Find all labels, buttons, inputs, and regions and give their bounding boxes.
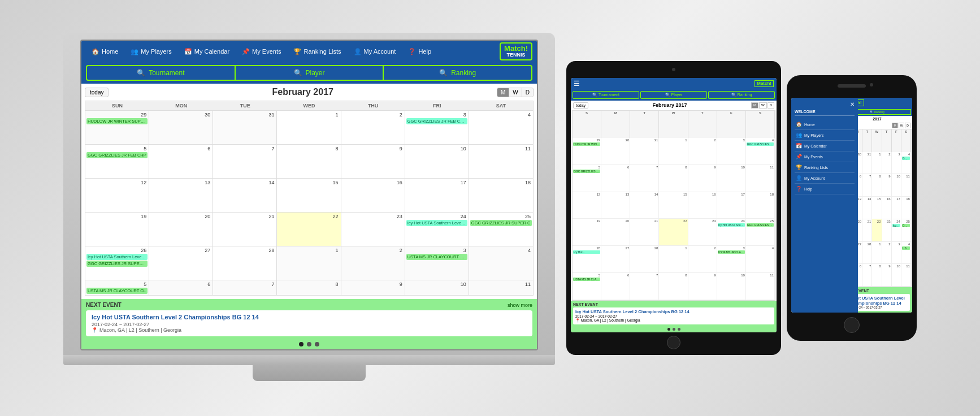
cal-cell-feb3[interactable]: 3GGC GRIZZLIES JR FEB CHPS - GA LEVEL 4 bbox=[405, 111, 469, 145]
phone-view-w[interactable]: W bbox=[899, 123, 905, 128]
cal-cell-feb9[interactable]: 9 bbox=[341, 145, 405, 179]
phone-home-button[interactable] bbox=[844, 317, 860, 333]
dot-2[interactable] bbox=[307, 342, 311, 346]
cal-cell-feb4[interactable]: 4 bbox=[469, 111, 533, 145]
tablet-today-btn[interactable]: today bbox=[573, 102, 588, 109]
cal-cell-feb19[interactable]: 19 bbox=[85, 213, 149, 246]
phone-menu-overlay: ✕ WELCOME 🏠Home 👥My Players 📅My Calendar… bbox=[791, 98, 858, 313]
cal-cell-mar1[interactable]: 1 bbox=[277, 246, 341, 280]
cal-cell-feb2[interactable]: 2 bbox=[341, 111, 405, 145]
tablet-search-tournament[interactable]: 🔍 Tournament bbox=[573, 91, 639, 99]
cal-cell-mar8[interactable]: 8 bbox=[277, 280, 341, 296]
month-view-btn[interactable]: M bbox=[497, 88, 509, 97]
event-ggc-feb25[interactable]: GGC GRIZZLIES JR SUPER C bbox=[470, 220, 532, 226]
cal-cell-feb14[interactable]: 14 bbox=[213, 179, 277, 213]
cal-cell-feb13[interactable]: 13 bbox=[149, 179, 213, 213]
phone-menu-calendar[interactable]: 📅My Calendar bbox=[795, 141, 855, 151]
cal-cell-mar7[interactable]: 7 bbox=[213, 280, 277, 296]
nav-home[interactable]: 🏠 Home bbox=[86, 45, 124, 59]
search-player-btn[interactable]: 🔍 Player bbox=[236, 65, 384, 81]
cal-cell-feb10[interactable]: 10 bbox=[405, 145, 469, 179]
cal-cell-feb27[interactable]: 27 bbox=[149, 246, 213, 280]
cal-cell-feb17[interactable]: 17 bbox=[405, 179, 469, 213]
cal-cell-feb18[interactable]: 18 bbox=[469, 179, 533, 213]
cal-cell-mar10[interactable]: 10 bbox=[405, 280, 469, 296]
cal-cell-jan29[interactable]: 29HUDLOW JR WINTER SUPER bbox=[85, 111, 149, 145]
tablet-dot-3[interactable] bbox=[678, 328, 680, 331]
tablet-search-player[interactable]: 🔍 Player bbox=[640, 91, 707, 99]
event-icyhot-feb24[interactable]: Icy Hot USTA Southern Level 2 Championsh… bbox=[406, 220, 467, 226]
cal-cell-feb28[interactable]: 28 bbox=[213, 246, 277, 280]
event-ggc-feb26[interactable]: GGC GRIZZLIES JR SUPER C bbox=[86, 261, 148, 267]
phone-menu-ranking[interactable]: 🏆Ranking Lists bbox=[795, 162, 855, 173]
cal-cell-feb23[interactable]: 23 bbox=[341, 213, 405, 246]
cal-cell-jan31[interactable]: 31 bbox=[213, 111, 277, 145]
cal-cell-mar11[interactable]: 11 bbox=[469, 280, 533, 296]
event-usta-mar5[interactable]: USTA MS JR CLAYCOURT CL bbox=[86, 288, 148, 294]
tablet-home-button[interactable] bbox=[667, 336, 680, 349]
cal-cell-feb25[interactable]: 25GGC GRIZZLIES JR SUPER C bbox=[469, 213, 533, 246]
next-event-card[interactable]: Icy Hot USTA Southern Level 2 Championsh… bbox=[86, 310, 532, 336]
tablet-view-d[interactable]: D bbox=[767, 102, 774, 109]
show-more-link[interactable]: show more bbox=[508, 302, 532, 308]
event-ggc-feb3[interactable]: GGC GRIZZLIES JR FEB CHPS - GA LEVEL 4 bbox=[406, 118, 467, 124]
cal-cell-feb8[interactable]: 8 bbox=[277, 145, 341, 179]
event-ggc-feb5[interactable]: GGC GRIZZLIES JR FEB CHP bbox=[86, 152, 148, 158]
cal-cell-mar9[interactable]: 9 bbox=[341, 280, 405, 296]
phone-view-d[interactable]: D bbox=[905, 123, 910, 128]
phone-menu-home[interactable]: 🏠Home bbox=[795, 119, 855, 130]
tablet-next-card[interactable]: Icy Hot USTA Southern Level 2 Championsh… bbox=[573, 307, 774, 324]
search-ranking-btn[interactable]: 🔍 Ranking bbox=[384, 65, 532, 81]
cal-cell-feb21[interactable]: 21 bbox=[213, 213, 277, 246]
cal-cell-feb22[interactable]: 22 bbox=[277, 213, 341, 246]
tablet-dot-2[interactable] bbox=[673, 328, 675, 331]
event-icyhot-feb26[interactable]: Icy Hot USTA Southern Level 2 Championsh… bbox=[86, 254, 148, 260]
phone-menu-help[interactable]: ❓Help bbox=[795, 184, 855, 194]
cal-cell-feb7[interactable]: 7 bbox=[213, 145, 277, 179]
phone-menu-account[interactable]: 👤My Account bbox=[795, 173, 855, 184]
tablet-view-m[interactable]: M bbox=[751, 102, 758, 109]
cal-cell-feb12[interactable]: 12 bbox=[85, 179, 149, 213]
cal-cell-feb20[interactable]: 20 bbox=[149, 213, 213, 246]
cal-cell-mar3[interactable]: 3USTA MS JR CLAYCOURT CLOSED STATE CHAMP… bbox=[405, 246, 469, 280]
tablet-cal-grid: SMTWTFS 29HUDLOW JR WINTER 30 31 1 2 3 4… bbox=[572, 110, 775, 301]
day-view-btn[interactable]: D bbox=[522, 88, 533, 97]
nav-items: 🏠 Home 👥 My Players 📅 My Calendar 📌 My E… bbox=[86, 45, 437, 59]
cal-cell-jan30[interactable]: 30 bbox=[149, 111, 213, 145]
phone-menu-events[interactable]: 📌My Events bbox=[795, 151, 855, 162]
event-hudlow[interactable]: HUDLOW JR WINTER SUPER bbox=[86, 118, 148, 124]
event-usta-mar3[interactable]: USTA MS JR CLAYCOURT CLOSED STATE CHAMPI… bbox=[406, 254, 467, 260]
nav-ranking-lists[interactable]: 🏆 Ranking Lists bbox=[288, 45, 346, 59]
phone-close-menu[interactable]: ✕ bbox=[795, 101, 855, 107]
search-tournament-btn[interactable]: 🔍 Tournament bbox=[86, 65, 236, 81]
nav-my-players[interactable]: 👥 My Players bbox=[125, 45, 177, 59]
cal-cell-feb5[interactable]: 5GGC GRIZZLIES JR FEB CHP bbox=[85, 145, 149, 179]
players-menu-icon: 👥 bbox=[796, 132, 802, 138]
today-button[interactable]: today bbox=[85, 88, 109, 97]
cal-cell-feb1[interactable]: 1 bbox=[277, 111, 341, 145]
dot-3[interactable] bbox=[315, 342, 319, 346]
tablet-search-ranking[interactable]: 🔍 Ranking bbox=[708, 91, 775, 99]
cal-cell-mar6[interactable]: 6 bbox=[149, 280, 213, 296]
phone-camera bbox=[870, 83, 873, 86]
cal-cell-mar2[interactable]: 2 bbox=[341, 246, 405, 280]
week-view-btn[interactable]: W bbox=[509, 88, 522, 97]
cal-cell-feb24[interactable]: 24Icy Hot USTA Southern Level 2 Champion… bbox=[405, 213, 469, 246]
tablet-view-w[interactable]: W bbox=[759, 102, 767, 109]
cal-cell-feb15[interactable]: 15 bbox=[277, 179, 341, 213]
cal-cell-feb11[interactable]: 11 bbox=[469, 145, 533, 179]
cal-cell-feb26[interactable]: 26Icy Hot USTA Southern Level 2 Champion… bbox=[85, 246, 149, 280]
phone-view-m[interactable]: M bbox=[892, 123, 897, 128]
nav-my-calendar[interactable]: 📅 My Calendar bbox=[179, 45, 235, 59]
nav-my-events[interactable]: 📌 My Events bbox=[236, 45, 287, 59]
hamburger-icon[interactable]: ☰ bbox=[574, 80, 580, 88]
nav-help[interactable]: ❓ Help bbox=[402, 45, 437, 59]
phone-menu-players[interactable]: 👥My Players bbox=[795, 130, 855, 141]
cal-cell-feb6[interactable]: 6 bbox=[149, 145, 213, 179]
tablet-dot-1[interactable] bbox=[667, 328, 670, 331]
cal-cell-mar5[interactable]: 5USTA MS JR CLAYCOURT CL bbox=[85, 280, 149, 296]
cal-cell-mar4[interactable]: 4 bbox=[469, 246, 533, 280]
cal-cell-feb16[interactable]: 16 bbox=[341, 179, 405, 213]
nav-my-account[interactable]: 👤 My Account bbox=[348, 45, 402, 59]
dot-1[interactable] bbox=[299, 342, 303, 346]
